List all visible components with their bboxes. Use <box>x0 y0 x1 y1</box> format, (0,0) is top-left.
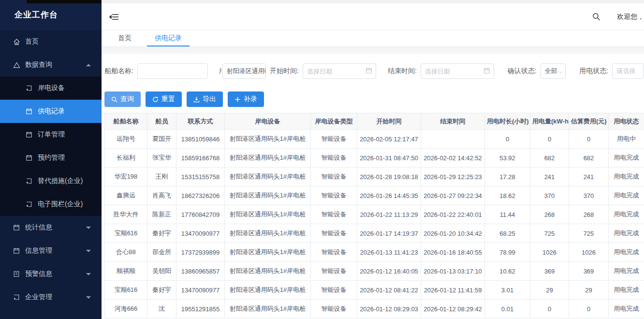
sidebar-item-electronic-fence[interactable]: 电子围栏(企业) <box>0 193 102 216</box>
confirm-status-select[interactable]: 全部 <box>541 63 566 79</box>
cell-power-status: 用电完成 <box>609 167 644 186</box>
calendar-icon <box>366 67 372 74</box>
table-row[interactable]: 胜华大件 陈新正 17760842709 射阳港区通用码头1#岸电桩 智能设备 … <box>105 205 644 224</box>
export-button[interactable]: 导出 <box>187 91 223 107</box>
cell-device: 射阳港区通用码头1#岸电桩 <box>225 281 311 300</box>
end-date-picker[interactable] <box>421 63 494 79</box>
table-header-cell: 结束时间 <box>421 113 485 130</box>
table-row[interactable]: 河海666 沈 19551291855 射阳港区通用码头1#岸电桩 智能设备 2… <box>105 300 644 319</box>
content-panel: 船舶名称: 岸电设备: 射阳港区通用码头1#岸电桩 开始时间: 结束时间: <box>102 54 644 319</box>
cell-device: 射阳港区通用码头1#岸电桩 <box>225 167 311 186</box>
cell-power-status: 用电完成 <box>609 205 644 224</box>
cell-crew: 秦好宇 <box>147 281 176 300</box>
cell-end-time <box>421 130 485 149</box>
cell-ship-name: 华宏198 <box>105 167 147 186</box>
sidebar-item-enterprise-management[interactable]: 企业管理 <box>0 286 102 309</box>
reset-button-label: 重置 <box>161 95 175 104</box>
collapse-sidebar-icon[interactable] <box>109 13 119 21</box>
start-date-picker[interactable] <box>303 63 376 79</box>
search-icon[interactable] <box>592 13 600 21</box>
sidebar-item-power-records[interactable]: 供电记录 <box>0 100 102 123</box>
reset-button[interactable]: 重置 <box>146 91 182 107</box>
sidebar-item-data-query[interactable]: 数据查询 <box>0 53 102 76</box>
cell-device-type: 智能设备 <box>311 149 357 167</box>
sidebar-item-alternative-measures[interactable]: 替代措施(企业) <box>0 169 102 193</box>
home-icon <box>13 38 20 46</box>
supplement-button-label: 补录 <box>244 95 257 104</box>
download-icon <box>193 96 200 103</box>
sidebar-item-warning-info[interactable]: 预警信息 <box>0 262 102 286</box>
cell-start-time: 2026-01-12 08:29:03 <box>357 300 421 319</box>
doc-icon <box>25 177 33 185</box>
chevron-down-icon <box>86 296 91 299</box>
supplement-button[interactable]: 补录 <box>228 91 264 107</box>
table-row[interactable]: 合心88 邵金所 17372939899 射阳港区通用码头1#岸电桩 智能设备 … <box>105 243 644 262</box>
sidebar-item-label: 信息管理 <box>25 246 52 255</box>
cell-energy: 241 <box>530 167 569 186</box>
refresh-icon <box>152 96 159 103</box>
table-row[interactable]: 长福利 张宝华 15859166768 射阳港区通用码头1#岸电桩 智能设备 2… <box>105 149 644 167</box>
table-row[interactable]: 宝顺616 秦好宇 13470090977 射阳港区通用码头1#岸电桩 智能设备… <box>105 224 644 243</box>
cell-energy: 370 <box>530 186 569 205</box>
doc-icon <box>25 84 33 92</box>
table-row[interactable]: 远翔号 夏国开 13851059846 射阳港区通用码头1#岸电桩 智能设备 2… <box>105 130 644 149</box>
cell-device-type: 智能设备 <box>311 281 357 300</box>
sidebar-item-statistics[interactable]: 统计信息 <box>0 216 102 239</box>
power-status-select[interactable]: 请选择 <box>612 63 644 79</box>
table-row[interactable]: 鑫腾远 肖高飞 18627326206 射阳港区通用码头1#岸电桩 智能设备 2… <box>105 186 644 205</box>
cell-ship-name: 顺祺顺 <box>105 262 147 281</box>
calendar-icon <box>13 247 20 255</box>
cell-end-time: 2026-01-22 22:40:01 <box>421 205 485 224</box>
cell-ship-name: 合心88 <box>105 243 147 262</box>
chrome-strip <box>102 0 644 3</box>
sidebar-item-label: 数据查询 <box>25 61 52 69</box>
cell-ship-name: 胜华大件 <box>105 205 147 224</box>
cell-crew: 夏国开 <box>147 130 176 149</box>
table-row[interactable]: 华宏198 王刚 15315155758 射阳港区通用码头1#岸电桩 智能设备 … <box>105 167 644 186</box>
cell-duration: 10.62 <box>485 262 530 281</box>
sidebar-item-reservation-management[interactable]: 预约管理 <box>0 146 102 169</box>
sidebar-item-information-management[interactable]: 信息管理 <box>0 239 102 262</box>
cell-end-time: 2026-01-16 18:40:55 <box>421 243 485 262</box>
end-time-label: 结束时间: <box>388 67 417 76</box>
cell-ship-name: 远翔号 <box>105 130 147 149</box>
tab-power-records[interactable]: 供电记录 <box>147 30 190 46</box>
power-status-placeholder: 请选择 <box>616 67 635 76</box>
tab-home[interactable]: 首页 <box>110 30 139 46</box>
table-row[interactable]: 顺祺顺 吴朝阳 13860965857 射阳港区通用码头1#岸电桩 智能设备 2… <box>105 262 644 281</box>
cell-start-time: 2026-01-17 14:19:37 <box>357 224 421 243</box>
cell-device-type: 智能设备 <box>311 205 357 224</box>
cell-start-time: 2026-01-28 19:08:18 <box>357 167 421 186</box>
cell-phone: 15859166768 <box>176 149 225 167</box>
cell-start-time: 2026-01-13 11:41:23 <box>357 243 421 262</box>
cell-phone: 13470090977 <box>176 224 225 243</box>
cell-power-status: 用电完成 <box>609 262 644 281</box>
cell-cost: 29 <box>569 281 609 300</box>
table-header-cell: 联系方式 <box>176 113 225 130</box>
sidebar: 企业工作台 首页 数据查询 岸电设备 供电记录 <box>0 0 102 319</box>
query-button-label: 查询 <box>120 95 134 104</box>
cell-crew: 陈新正 <box>147 205 176 224</box>
sidebar-submenu-data-query: 岸电设备 供电记录 订单管理 预约管理 替代措施(企业) <box>0 76 102 216</box>
cell-energy: 682 <box>530 149 569 167</box>
cell-power-status: 用电完成 <box>609 300 644 319</box>
sidebar-item-order-management[interactable]: 订单管理 <box>0 123 102 146</box>
cell-crew: 沈 <box>147 300 176 319</box>
sidebar-item-home[interactable]: 首页 <box>0 30 102 53</box>
query-button[interactable]: 查询 <box>104 91 141 107</box>
cell-cost: 0 <box>569 130 609 149</box>
cell-energy: 29 <box>530 281 569 300</box>
ship-name-input[interactable] <box>137 63 208 79</box>
cell-phone: 13860965857 <box>176 262 225 281</box>
device-select[interactable]: 射阳港区通用码头1#岸电桩 <box>222 63 266 79</box>
topbar-right: 欢迎您， <box>592 13 644 21</box>
power-status-label: 用电状态: <box>579 67 608 76</box>
table-row[interactable]: 宝顺616 秦好宇 13470090977 射阳港区通用码头1#岸电桩 智能设备… <box>105 281 644 300</box>
filter-row: 船舶名称: 岸电设备: 射阳港区通用码头1#岸电桩 开始时间: 结束时间: <box>104 63 644 79</box>
sidebar-item-shore-device[interactable]: 岸电设备 <box>0 76 102 100</box>
sidebar-item-label: 订单管理 <box>38 130 65 139</box>
sidebar-item-label: 预约管理 <box>38 153 65 162</box>
cell-device-type: 智能设备 <box>311 224 357 243</box>
cell-start-time: 2026-02-05 12:17:47 <box>357 130 421 149</box>
cell-power-status: 用电完成 <box>609 224 644 243</box>
